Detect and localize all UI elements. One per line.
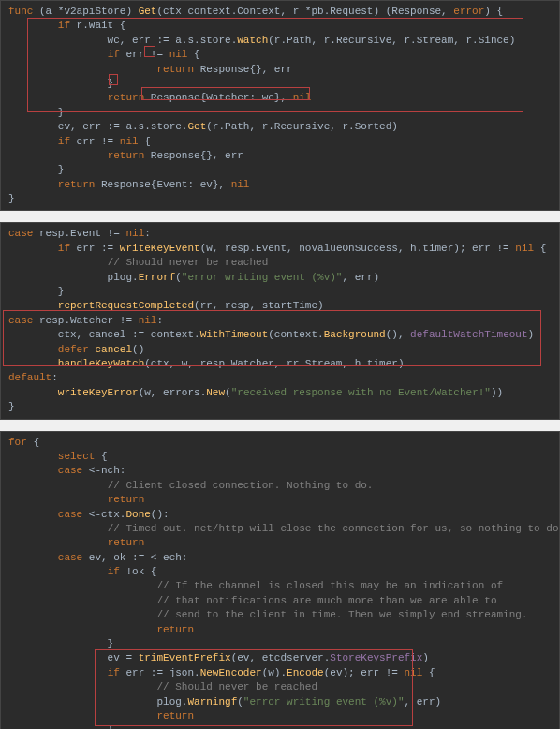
token-norm: ev, ok := <-ech:: [82, 552, 187, 563]
token-kw: return: [108, 537, 145, 548]
token-fn: handleKeyWatch: [58, 358, 144, 369]
token-kw: for: [8, 437, 27, 448]
token-norm: [8, 580, 156, 591]
code-line: ev, err := a.s.store.Get(r.Path, r.Recur…: [8, 120, 552, 134]
token-kw: if: [58, 136, 70, 147]
code-line: plog.Errorf("error writing event (%v)", …: [8, 271, 552, 285]
token-kw: if: [58, 243, 70, 254]
token-kw: case: [8, 315, 33, 326]
token-norm: !ok {: [120, 566, 157, 577]
token-nil: nil: [293, 92, 312, 103]
token-norm: }: [8, 107, 64, 118]
token-norm: (rr, resp, startTime): [194, 300, 324, 311]
code-line: case resp.Event != nil:: [8, 227, 552, 241]
token-norm: (w).: [262, 667, 287, 678]
code-line: if err != nil {: [8, 135, 552, 149]
code-line: ctx, cancel := context.WithTimeout(conte…: [8, 328, 552, 342]
token-norm: <-nch:: [82, 465, 125, 476]
token-norm: [8, 509, 58, 520]
token-norm: {: [422, 667, 435, 678]
token-fn: Get: [139, 6, 157, 17]
token-kw: return: [156, 64, 194, 75]
token-norm: (a *v2apiStore): [33, 6, 138, 17]
token-fn: writeKeyError: [58, 387, 139, 398]
token-id: defaultWatchTimeout: [410, 329, 527, 340]
token-norm: [8, 451, 58, 462]
code-line: return: [8, 709, 552, 723]
code-line: return Response{Watcher: wc}, nil: [8, 91, 552, 105]
token-nil: nil: [231, 179, 250, 190]
code-line: if err := writeKeyEvent(w, resp.Event, n…: [8, 242, 552, 256]
code-line: // that notifications are much more than…: [8, 594, 552, 608]
token-cmt: // If the channel is closed this may be …: [156, 580, 503, 591]
token-norm: [8, 595, 156, 606]
token-norm: [8, 523, 108, 534]
token-fn: Get: [187, 121, 206, 132]
code-line: // send to the client in time. Then we s…: [8, 608, 552, 622]
token-norm: :: [52, 372, 58, 383]
token-cmt: // that notifications are much more than…: [156, 595, 496, 606]
code-line: }: [8, 400, 552, 414]
token-norm: wc, err := a.s.store.: [8, 35, 237, 46]
token-norm: ): [422, 652, 429, 663]
token-cmt: // Client closed connection. Nothing to …: [108, 480, 374, 491]
token-norm: (: [225, 387, 231, 398]
code-line: case <-ctx.Done():: [8, 508, 552, 522]
token-norm: (): [132, 344, 144, 355]
token-norm: Response{Watcher: wc},: [144, 92, 292, 103]
token-norm: (w, errors.: [139, 387, 207, 398]
token-norm: {: [95, 451, 107, 462]
token-norm: Response{}, err: [194, 64, 293, 75]
code-line: }: [8, 285, 552, 299]
token-kw: if: [58, 20, 70, 31]
token-norm: :: [144, 228, 151, 239]
token-id: StoreKeysPrefix: [330, 652, 422, 663]
code-line: return Response{}, err: [8, 149, 552, 163]
code-line: if err := json.NewEncoder(w).Encode(ev);…: [8, 666, 552, 680]
token-kw: case: [58, 552, 82, 563]
token-fn: Warningf: [187, 696, 237, 707]
code-line: return: [8, 536, 552, 550]
token-norm: (r.Path, r.Recursive, r.Sorted): [206, 121, 398, 132]
code-line: // Client closed connection. Nothing to …: [8, 479, 552, 493]
code-block-1: case resp.Event != nil: if err := writeK…: [0, 222, 560, 419]
token-str: "received response with no Event/Watcher…: [231, 387, 491, 398]
code-line: }: [8, 192, 552, 206]
token-norm: [8, 150, 108, 161]
token-norm: [8, 92, 108, 103]
token-kw: func: [8, 6, 33, 17]
token-norm: [8, 710, 156, 722]
code-line: writeKeyError(w, errors.New("received re…: [8, 386, 552, 400]
token-norm: [8, 49, 108, 60]
token-norm: {: [534, 243, 546, 254]
token-norm: , err): [342, 272, 379, 283]
token-norm: plog.: [8, 696, 187, 707]
code-line: case resp.Watcher != nil:: [8, 314, 552, 328]
token-norm: r.Wait {: [70, 20, 125, 31]
token-norm: [8, 300, 58, 311]
token-kw: if: [108, 49, 120, 60]
token-norm: <-ctx.: [82, 509, 125, 520]
token-norm: [8, 552, 58, 563]
token-cmt: // Should never be reached: [108, 257, 269, 268]
token-nil: nil: [515, 243, 534, 254]
token-norm: (ev, etcdserver.: [231, 652, 331, 663]
code-line: }: [8, 637, 552, 651]
code-line: case <-nch:: [8, 464, 552, 478]
token-norm: {: [139, 136, 151, 147]
token-cmt: // Timed out. net/http will close the co…: [108, 523, 560, 534]
token-nil: nil: [125, 228, 144, 239]
token-norm: {: [187, 49, 199, 60]
code-line: return: [8, 623, 552, 637]
token-str: "error writing event (%v)": [243, 696, 405, 707]
token-fn: WithTimeout: [200, 329, 269, 340]
token-fn: Errorf: [139, 272, 176, 283]
token-norm: [8, 609, 156, 620]
token-kw: case: [8, 228, 33, 239]
code-line: if r.Wait {: [8, 19, 552, 33]
token-norm: [8, 344, 58, 355]
code-line: func (a *v2apiStore) Get(ctx context.Con…: [8, 5, 552, 19]
code-line: }: [8, 723, 552, 729]
code-line: select {: [8, 450, 552, 464]
token-norm: [8, 624, 156, 635]
